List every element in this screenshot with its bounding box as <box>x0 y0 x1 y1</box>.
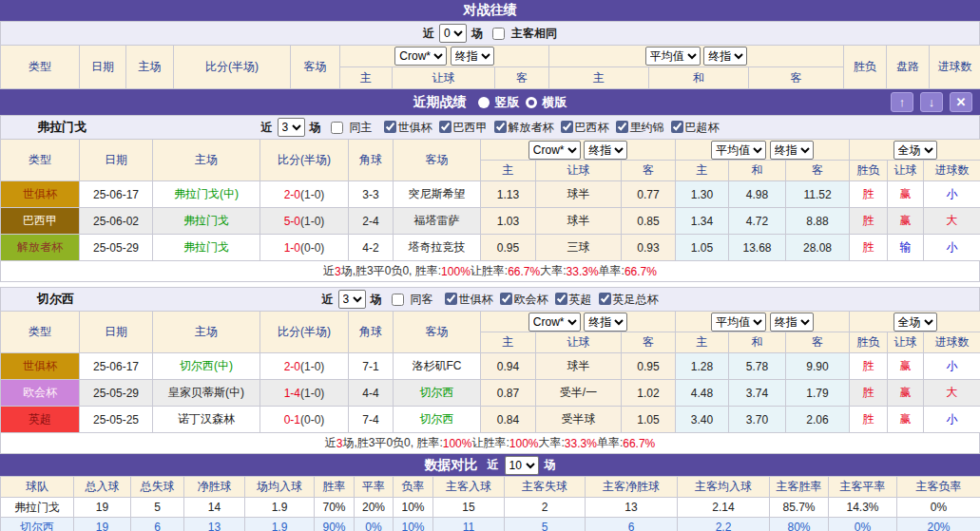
competition-checkbox[interactable]: 英足总杯 <box>594 293 659 306</box>
col-score: 比分(半场) <box>260 312 349 353</box>
col-odds-away: 客 <box>495 67 549 89</box>
competition-checkbox[interactable]: 里约锦 <box>611 121 664 134</box>
competition-checkbox-input[interactable] <box>561 121 573 133</box>
odds-provider-select[interactable]: Crow* <box>528 313 581 332</box>
close-icon[interactable]: ✕ <box>950 92 972 112</box>
col-avg-draw: 和 <box>729 161 786 181</box>
col-odds-away: 客 <box>622 161 676 181</box>
competition-checkbox-input[interactable] <box>439 121 452 133</box>
odds-provider-select[interactable]: Crow* <box>528 141 581 160</box>
odds-handicap: 球半 <box>536 181 622 208</box>
full-match-header: 全场 <box>850 312 980 332</box>
match-score: 2-0(1-0) <box>260 181 349 208</box>
avg-final-select[interactable]: 终指 <box>703 47 747 66</box>
competition-checkbox[interactable]: 世俱杯 <box>440 293 493 306</box>
away-team: 洛杉矶FC <box>394 353 481 380</box>
col-away: 客场 <box>291 46 340 89</box>
odds-handicap: 三球 <box>536 235 622 261</box>
same-venue-checkbox[interactable] <box>392 294 404 306</box>
home-team: 切尔西(中) <box>153 353 260 380</box>
comparison-value: 6 <box>131 518 184 531</box>
comparison-value: 13 <box>184 518 245 531</box>
odds-away: 0.85 <box>622 208 676 235</box>
competition-checkbox[interactable]: 世俱杯 <box>379 121 432 134</box>
odds-handicap: 受半球 <box>536 407 622 433</box>
goals-result-cell: 大 <box>924 380 980 407</box>
result-cell: 胜 <box>850 181 888 208</box>
comparison-near-select[interactable]: 10 <box>505 456 539 475</box>
same-home-away-checkbox[interactable] <box>492 28 505 40</box>
team-near-select[interactable]: 3 <box>338 290 366 309</box>
full-match-select[interactable]: 全场 <box>894 141 937 160</box>
avg-final-select[interactable]: 终指 <box>770 313 814 332</box>
team-name: 弗拉门戈 <box>37 119 86 136</box>
competition-checkbox-input[interactable] <box>500 293 512 305</box>
summary-text: 让胜率: <box>471 435 509 451</box>
competition-label: 里约锦 <box>630 121 664 134</box>
col-type: 类型 <box>1 46 80 89</box>
comparison-value: 0% <box>829 518 897 531</box>
avg-home: 4.48 <box>676 380 729 407</box>
handicap-result-cell: 赢 <box>888 181 924 208</box>
competition-label: 巴超杯 <box>685 121 720 134</box>
col-odds-away: 客 <box>622 332 676 353</box>
competition-checkbox[interactable]: 巴超杯 <box>666 121 720 134</box>
competition-checkbox-input[interactable] <box>494 121 507 133</box>
full-match-select[interactable]: 全场 <box>894 313 937 332</box>
horizontal-radio[interactable] <box>526 97 537 108</box>
recent-title: 近期战绩 <box>413 94 467 111</box>
col-corner: 角球 <box>349 140 394 181</box>
avg-away: 1.79 <box>786 380 850 407</box>
same-venue-checkbox[interactable] <box>331 122 343 134</box>
odds-final-select[interactable]: 终指 <box>584 141 627 160</box>
competition-checkbox[interactable]: 英超 <box>550 293 592 306</box>
h2h-near-select[interactable]: 0 <box>439 24 467 43</box>
comparison-value: 6 <box>586 518 678 531</box>
competition-checkbox-input[interactable] <box>384 121 396 133</box>
comparison-value: 14.3% <box>829 498 897 518</box>
match-row: 英超25-05-25诺丁汉森林0-1(0-0)7-4切尔西0.84受半球1.05… <box>1 407 980 433</box>
col-home: 主场 <box>126 46 174 89</box>
avg-away: 28.08 <box>786 235 850 261</box>
comparison-col-header: 主客失球 <box>505 477 586 498</box>
competition-filter-list: 世俱杯欧会杯英超英足总杯 <box>438 292 659 308</box>
avg-select[interactable]: 平均值 <box>711 141 766 160</box>
competition-checkbox-input[interactable] <box>616 121 628 133</box>
comparison-value: 5 <box>505 518 586 531</box>
summary-text: 大率: <box>540 263 566 279</box>
odds-final-select[interactable]: 终指 <box>451 47 494 66</box>
vertical-radio[interactable] <box>478 97 490 108</box>
team-near-select[interactable]: 3 <box>278 118 305 137</box>
team-block-flamengo: 弗拉门戈 近 3 场 同主 世俱杯巴西甲解放者杯巴西杯里约锦巴超杯 类型 日期 … <box>0 115 980 282</box>
odds-provider-select[interactable]: Crow* <box>394 47 447 66</box>
competition-checkbox[interactable]: 解放者杯 <box>490 121 554 134</box>
odds-home: 0.95 <box>481 235 536 261</box>
col-corner: 角球 <box>349 312 394 353</box>
comparison-value: 70% <box>315 498 355 518</box>
competition-checkbox[interactable]: 巴西甲 <box>434 121 488 134</box>
col-avg-home: 主 <box>676 161 729 181</box>
near-label: 近 <box>261 120 273 136</box>
competition-checkbox-input[interactable] <box>671 121 683 133</box>
move-down-button[interactable]: ↓ <box>920 92 943 112</box>
summary-text: 66.7% <box>508 265 540 278</box>
avg-select[interactable]: 平均值 <box>711 313 766 332</box>
odds-final-select[interactable]: 终指 <box>584 313 627 332</box>
move-up-button[interactable]: ↑ <box>891 92 913 112</box>
competition-checkbox-input[interactable] <box>445 293 457 305</box>
comparison-value: 2.14 <box>678 498 770 518</box>
competition-checkbox[interactable]: 欧会杯 <box>495 293 548 306</box>
col-odds-home: 主 <box>481 161 536 181</box>
team-filter-row: 弗拉门戈 近 3 场 同主 世俱杯巴西甲解放者杯巴西杯里约锦巴超杯 <box>0 115 980 139</box>
avg-select[interactable]: 平均值 <box>645 47 701 66</box>
competition-checkbox-input[interactable] <box>599 293 611 305</box>
avg-odds-header: 平均值 终指 <box>676 140 850 161</box>
avg-final-select[interactable]: 终指 <box>770 141 814 160</box>
handicap-result-cell: 赢 <box>888 407 924 433</box>
competition-checkbox[interactable]: 巴西杯 <box>556 121 609 134</box>
handicap-result-cell: 赢 <box>888 353 924 380</box>
comparison-value: 2.2 <box>678 518 770 531</box>
summary-text: 3 <box>335 265 341 278</box>
summary-text: 近 <box>323 263 335 279</box>
competition-checkbox-input[interactable] <box>555 293 567 305</box>
